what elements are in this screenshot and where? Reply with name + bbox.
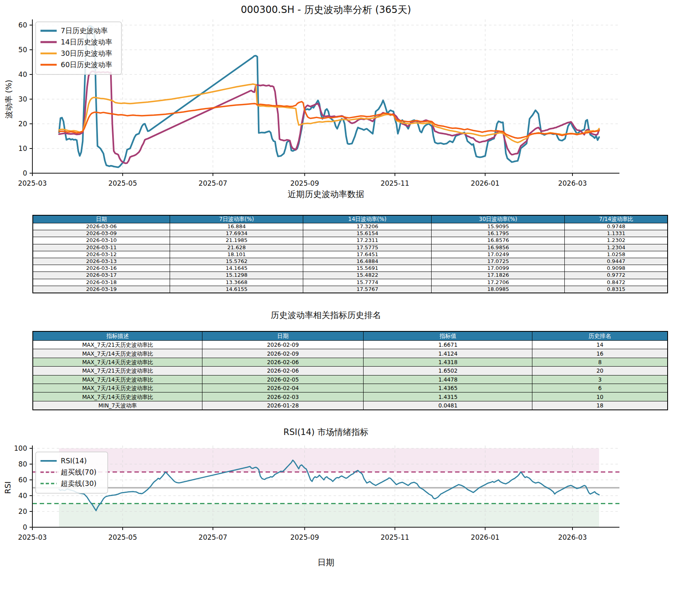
legend-label: RSI(14) bbox=[61, 457, 87, 465]
table-cell: 2026-02-06 bbox=[202, 367, 364, 375]
table-cell: 2026-02-06 bbox=[202, 358, 364, 366]
table-row: 2026-03-1315.576216.488417.07250.9447 bbox=[33, 258, 668, 265]
y-tick-label: 20 bbox=[18, 120, 27, 128]
table-cell: 16.1795 bbox=[432, 230, 565, 237]
legend-label: 14日历史波动率 bbox=[61, 38, 112, 46]
column-header: 历史排名 bbox=[532, 331, 668, 341]
legend-label: 60日历史波动率 bbox=[61, 61, 112, 69]
y-tick-label: 60 bbox=[18, 21, 27, 29]
table-cell: 14.6155 bbox=[170, 286, 303, 293]
table-cell: MIN_7天波动率 bbox=[33, 401, 202, 410]
table-cell: 2026-03-18 bbox=[33, 279, 170, 286]
table-cell: 1.4315 bbox=[364, 392, 532, 401]
y-axis-label: 波动率 (%) bbox=[4, 80, 13, 119]
table1-section-heading: 近期历史波动率数据 bbox=[288, 189, 364, 199]
table-row: 2026-03-1218.10117.645117.02491.0258 bbox=[33, 251, 668, 258]
table-cell: 16.4884 bbox=[303, 258, 432, 265]
y-tick-label: 40 bbox=[18, 70, 27, 78]
x-tick-label: 2025-05 bbox=[108, 533, 137, 541]
table-cell: 16.884 bbox=[170, 223, 303, 230]
table-row: MAX_7天/14天历史波动率比2026-02-091.412416 bbox=[33, 349, 668, 358]
column-header: 14日波动率(%) bbox=[303, 215, 432, 223]
x-tick-label: 2025-07 bbox=[198, 179, 227, 187]
y-tick-label: 40 bbox=[18, 492, 27, 500]
column-header: 指标描述 bbox=[33, 331, 202, 341]
table-header-row: 指标描述日期指标值历史排名 bbox=[33, 331, 668, 341]
table-cell: 2026-03-13 bbox=[33, 258, 170, 265]
table-cell: MAX_7天/21天历史波动率比 bbox=[33, 341, 202, 349]
table-cell: 8 bbox=[532, 358, 668, 366]
table-row: 2026-03-1813.366815.777417.27060.8472 bbox=[33, 279, 668, 286]
y-axis-label: RSI bbox=[3, 481, 12, 494]
table-cell: 0.9447 bbox=[565, 258, 668, 265]
table-cell: 1.2304 bbox=[565, 244, 668, 251]
volatility-chart: 01020304050602025-032025-052025-072025-0… bbox=[0, 0, 700, 202]
y-tick-label: 50 bbox=[18, 46, 27, 54]
x-tick-label: 2026-01 bbox=[471, 179, 500, 187]
column-header: 日期 bbox=[202, 331, 364, 341]
table-cell: 21.1985 bbox=[170, 237, 303, 244]
table-row: 2026-03-1614.164515.569117.00990.9098 bbox=[33, 265, 668, 272]
x-tick-label: 2025-11 bbox=[381, 179, 409, 187]
table-cell: 2026-03-12 bbox=[33, 251, 170, 258]
table-cell: 2026-02-05 bbox=[202, 375, 364, 384]
legend-label: 7日历史波动率 bbox=[61, 27, 108, 35]
table-cell: 1.4365 bbox=[364, 384, 532, 392]
table-cell: 6 bbox=[532, 384, 668, 392]
rsi-plot-area: 0204060801002025-032025-052025-072025-09… bbox=[14, 444, 619, 541]
table-row: MIN_7天波动率2026-01-280.048118 bbox=[33, 401, 668, 410]
table-cell: 15.7774 bbox=[303, 279, 432, 286]
table-cell: 0.9772 bbox=[565, 272, 668, 279]
x-tick-label: 2025-05 bbox=[108, 179, 137, 187]
table-cell: MAX_7天/14天历史波动率比 bbox=[33, 392, 202, 401]
table-cell: 18.0985 bbox=[432, 286, 565, 293]
series-line bbox=[59, 26, 599, 168]
table-cell: 0.8315 bbox=[565, 286, 668, 293]
table-cell: 18 bbox=[532, 401, 668, 410]
column-header: 30日波动率(%) bbox=[432, 215, 565, 223]
table-row: MAX_7天/14天历史波动率比2026-02-061.43188 bbox=[33, 358, 668, 366]
table-cell: 10 bbox=[532, 392, 668, 401]
y-tick-label: 20 bbox=[18, 507, 27, 515]
table-row: 2026-03-1121.62817.577516.98561.2304 bbox=[33, 244, 668, 251]
table-cell: 20 bbox=[532, 367, 668, 375]
x-tick-label: 2025-07 bbox=[198, 533, 227, 541]
table-cell: MAX_7天/14天历史波动率比 bbox=[33, 384, 202, 392]
chart-title: 000300.SH - 历史波动率分析 (365天) bbox=[241, 4, 411, 15]
x-tick-label: 2026-03 bbox=[558, 533, 587, 541]
ranking-section-heading: 历史波动率相关指标历史排名 bbox=[32, 310, 619, 321]
table-cell: 2026-03-09 bbox=[33, 230, 170, 237]
table-row: MAX_7天/21天历史波动率比2026-02-061.650220 bbox=[33, 367, 668, 375]
table-header-row: 日期7日波动率(%)14日波动率(%)30日波动率(%)7/14波动率比 bbox=[33, 215, 668, 223]
table-cell: 17.3206 bbox=[303, 223, 432, 230]
y-tick-label: 80 bbox=[18, 460, 27, 468]
table-cell: 2026-03-11 bbox=[33, 244, 170, 251]
volatility-plot-area: 01020304050602025-032025-052025-072025-0… bbox=[18, 19, 619, 187]
threshold-band bbox=[59, 504, 599, 528]
table-cell: 0.9748 bbox=[565, 223, 668, 230]
table-cell: 15.5691 bbox=[303, 265, 432, 272]
y-tick-label: 10 bbox=[18, 144, 27, 153]
x-tick-label: 2025-09 bbox=[290, 533, 319, 541]
table-cell: MAX_7天/21天历史波动率比 bbox=[33, 367, 202, 375]
table-cell: 2026-02-03 bbox=[202, 392, 364, 401]
table-cell: 15.5762 bbox=[170, 258, 303, 265]
rsi-section-heading: RSI(14) 市场情绪指标 bbox=[32, 426, 619, 438]
table-cell: 14.1645 bbox=[170, 265, 303, 272]
table-row: 2026-03-1715.129815.482217.18260.9772 bbox=[33, 272, 668, 279]
table-cell: 2026-02-09 bbox=[202, 349, 364, 358]
table-cell: 18.101 bbox=[170, 251, 303, 258]
y-tick-label: 0 bbox=[23, 523, 27, 531]
threshold-band bbox=[59, 448, 599, 472]
x-tick-label: 2025-09 bbox=[290, 179, 319, 187]
legend-label: 超卖线(30) bbox=[61, 479, 96, 488]
table-cell: 17.0249 bbox=[432, 251, 565, 258]
table-cell: 2026-02-09 bbox=[202, 341, 364, 349]
recent-volatility-table: 日期7日波动率(%)14日波动率(%)30日波动率(%)7/14波动率比 202… bbox=[32, 215, 668, 293]
table-row: 2026-03-0917.693415.615416.17951.1331 bbox=[33, 230, 668, 237]
table-cell: 15.6154 bbox=[303, 230, 432, 237]
table-cell: MAX_7天/14天历史波动率比 bbox=[33, 349, 202, 358]
table-cell: 2026-03-17 bbox=[33, 272, 170, 279]
x-tick-label: 2025-03 bbox=[18, 533, 47, 541]
table-row: MAX_7天/14天历史波动率比2026-02-051.44783 bbox=[33, 375, 668, 384]
